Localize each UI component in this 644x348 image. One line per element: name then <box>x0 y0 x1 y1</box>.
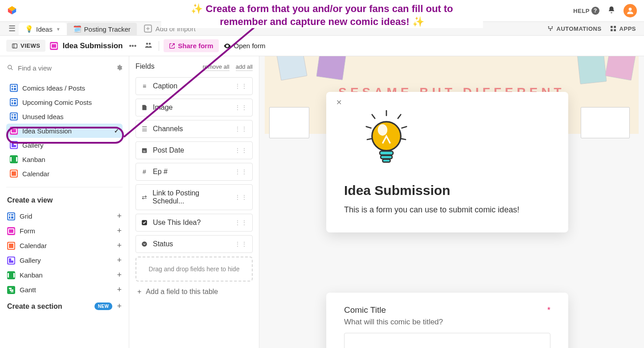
find-view-input[interactable] <box>6 62 104 75</box>
form-description[interactable]: This is a form you can use to submit com… <box>344 205 550 215</box>
view-item-unused[interactable]: Unused Ideas <box>6 109 123 124</box>
grid-view-icon <box>10 112 18 120</box>
field-ep[interactable]: #Ep #⋮⋮ <box>135 163 253 181</box>
divider <box>159 41 159 51</box>
form-view-icon <box>10 127 18 135</box>
add-field-button[interactable]: +Add a field to this table <box>135 282 253 296</box>
plus-icon: + <box>117 256 122 265</box>
menu-icon[interactable]: ☰ <box>5 22 19 35</box>
create-kanban-view[interactable]: Kanban+ <box>6 268 123 282</box>
number-icon: # <box>140 168 148 175</box>
create-label: Kanban <box>20 271 43 279</box>
svg-rect-31 <box>380 151 393 155</box>
gallery-view-icon <box>10 141 18 149</box>
drag-handle-icon[interactable]: ⋮⋮ <box>234 240 248 248</box>
chevron-down-icon[interactable]: ▼ <box>56 27 61 32</box>
cover-decoration <box>316 56 347 80</box>
lightbulb-icon: 💡 <box>25 25 33 33</box>
form-title[interactable]: Idea Submission <box>344 183 550 198</box>
tab-ideas[interactable]: 💡 Ideas ▼ <box>19 23 67 35</box>
field-link[interactable]: ⇄Link to Posting Schedul...⋮⋮ <box>135 184 253 210</box>
field-label: Link to Posting Schedul... <box>152 189 230 205</box>
tab-posting-tracker[interactable]: 🗓️ Posting Tracker <box>67 23 137 35</box>
avatar[interactable] <box>623 4 637 17</box>
create-form-view[interactable]: Form+ <box>6 224 123 238</box>
create-gallery-view[interactable]: Gallery+ <box>6 253 123 268</box>
svg-line-23 <box>372 115 375 119</box>
field-channels[interactable]: ☰Channels⋮⋮ <box>135 120 253 138</box>
create-calendar-view[interactable]: Calendar+ <box>6 238 123 253</box>
views-button[interactable]: VIEWS <box>6 40 45 52</box>
svg-point-21 <box>142 241 147 247</box>
drag-handle-icon[interactable]: ⋮⋮ <box>234 104 248 111</box>
create-section-heading: Create a section <box>7 302 62 311</box>
automations-link[interactable]: AUTOMATIONS <box>547 25 602 32</box>
comic-title-input[interactable] <box>344 333 550 348</box>
field-status[interactable]: Status⋮⋮ <box>135 235 253 253</box>
eye-icon <box>223 42 231 50</box>
field-caption[interactable]: ≡Caption⋮⋮ <box>135 77 253 95</box>
gear-icon[interactable] <box>116 64 123 72</box>
plus-square-icon: + <box>144 25 152 33</box>
drag-handle-icon[interactable]: ⋮⋮ <box>234 168 248 175</box>
svg-rect-7 <box>611 26 613 28</box>
drag-handle-icon[interactable]: ⋮⋮ <box>234 125 248 133</box>
view-item-kanban[interactable]: Kanban <box>6 152 123 166</box>
calendar-view-icon <box>10 170 18 178</box>
view-label: Idea Submission <box>22 127 72 135</box>
cover-decoration <box>275 56 307 81</box>
create-label: Grid <box>20 212 32 220</box>
field-label: Caption <box>153 82 177 90</box>
svg-rect-11 <box>12 44 17 48</box>
drag-handle-icon[interactable]: ⋮⋮ <box>234 83 248 90</box>
drag-handle-icon[interactable]: ⋮⋮ <box>234 219 248 226</box>
automations-icon <box>547 25 554 32</box>
field-label: Channels <box>153 125 183 133</box>
svg-line-28 <box>401 139 406 140</box>
check-icon: ✓ <box>114 128 119 134</box>
calendar-tracker-icon: 🗓️ <box>73 25 82 33</box>
create-grid-view[interactable]: Grid+ <box>6 209 123 224</box>
app-logo[interactable] <box>7 5 17 17</box>
open-form-button[interactable]: Open form <box>223 42 266 50</box>
create-label: Gallery <box>20 257 41 264</box>
view-item-idea-submission[interactable]: Idea Submission✓ <box>6 124 123 138</box>
add-field-label: Add a field to this table <box>146 288 218 296</box>
drag-handle-icon[interactable]: ⋮⋮ <box>234 194 248 201</box>
remove-all-button[interactable]: remove all <box>203 63 230 71</box>
share-form-button[interactable]: Share form <box>164 39 218 52</box>
form-field-card[interactable]: Comic Title * What will this comic be ti… <box>326 293 568 348</box>
view-label: Upcoming Comic Posts <box>22 99 92 106</box>
grid-view-icon <box>10 98 18 106</box>
checkbox-icon <box>140 220 148 226</box>
view-item-gallery[interactable]: Gallery <box>6 138 123 152</box>
add-all-button[interactable]: add all <box>236 63 253 71</box>
create-label: Gantt <box>20 286 36 294</box>
close-icon[interactable]: ✕ <box>336 98 342 107</box>
notifications-icon[interactable] <box>607 6 615 16</box>
field-post-date[interactable]: 31Post Date⋮⋮ <box>135 141 253 159</box>
svg-line-27 <box>367 139 372 140</box>
hide-fields-dropzone[interactable]: Drag and drop fields here to hide <box>135 257 253 282</box>
view-item-upcoming[interactable]: Upcoming Comic Posts <box>6 95 123 109</box>
help-link[interactable]: HELP ? <box>573 7 599 15</box>
create-gantt-view[interactable]: Gantt+ <box>6 282 123 297</box>
gantt-view-icon <box>7 286 15 294</box>
view-item-calendar[interactable]: Calendar <box>6 166 123 181</box>
new-badge: NEW <box>94 302 113 310</box>
svg-line-26 <box>402 127 406 128</box>
drag-handle-icon[interactable]: ⋮⋮ <box>234 147 248 154</box>
view-item-comics-ideas[interactable]: Comics Ideas / Posts <box>6 81 123 95</box>
cover-decoration <box>605 56 636 81</box>
field-use-idea[interactable]: Use This Idea?⋮⋮ <box>135 214 253 232</box>
view-options-icon[interactable]: ••• <box>127 42 139 50</box>
linked-record-icon: ⇄ <box>140 194 148 201</box>
create-label: Calendar <box>20 242 47 249</box>
field-image[interactable]: Image⋮⋮ <box>135 99 253 116</box>
cover-decoration <box>269 107 309 138</box>
share-people-icon[interactable] <box>143 41 154 51</box>
share-icon <box>169 43 175 49</box>
apps-link[interactable]: APPS <box>610 25 636 32</box>
form-header-card[interactable]: ✕ Idea Submission This is a form you can… <box>326 92 568 232</box>
plus-icon[interactable]: + <box>117 302 122 311</box>
